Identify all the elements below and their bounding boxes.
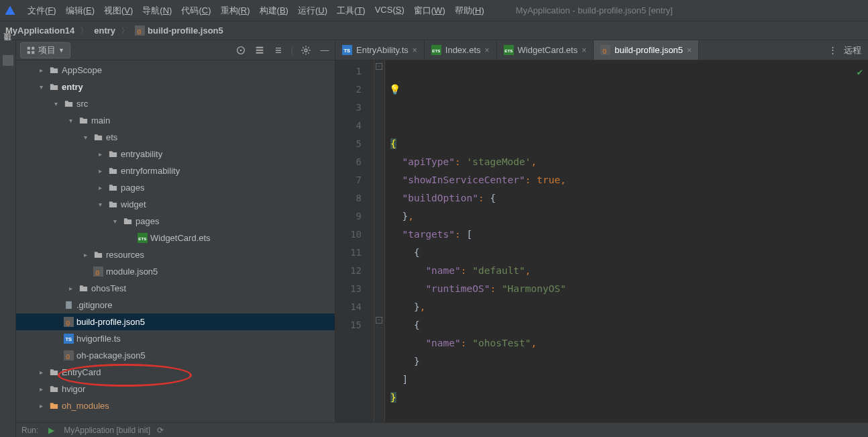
- menu-item[interactable]: 文件(F): [23, 5, 61, 17]
- ets-file-icon: ETS: [137, 233, 148, 244]
- editor-tab[interactable]: TSEntryAbility.ts×: [335, 40, 425, 60]
- tree-row[interactable]: ▸ohosTest: [16, 280, 335, 297]
- menu-item[interactable]: 运行(U): [293, 5, 332, 17]
- tree-row[interactable]: ▾pages: [16, 213, 335, 230]
- svg-rect-13: [66, 301, 72, 309]
- fold-marker-icon[interactable]: −: [376, 317, 382, 324]
- fold-strip[interactable]: −−: [374, 60, 385, 437]
- folder-icon: [93, 132, 103, 143]
- chevron-down-icon[interactable]: ▾: [51, 100, 60, 107]
- tree-row[interactable]: {}build-profile.json5: [16, 313, 335, 330]
- line-number: 8: [335, 189, 362, 207]
- close-tab-icon[interactable]: ×: [687, 46, 692, 55]
- chevron-right-icon[interactable]: ▸: [95, 167, 105, 175]
- expand-all-icon[interactable]: [254, 44, 266, 56]
- tree-label: module.json5: [106, 266, 158, 277]
- code-area[interactable]: 123456789101112131415 −− 💡 ✔ { "apiType"…: [335, 60, 868, 437]
- chevron-right-icon[interactable]: ▸: [66, 285, 75, 292]
- tree-row[interactable]: {}module.json5: [16, 263, 335, 280]
- collapse-all-icon[interactable]: [272, 44, 284, 56]
- chevron-right-icon[interactable]: ▸: [36, 402, 46, 409]
- tree-label: ohosTest: [91, 283, 126, 293]
- editor-tab[interactable]: ETSIndex.ets×: [425, 40, 497, 60]
- tree-row[interactable]: ▾entry: [16, 79, 335, 95]
- tree-row[interactable]: ▸oh_modules: [16, 397, 335, 414]
- chevron-down-icon[interactable]: ▾: [80, 134, 90, 141]
- tree-row[interactable]: ▾ets: [16, 129, 335, 146]
- menu-item[interactable]: 重构(R): [216, 5, 255, 17]
- code-content[interactable]: 💡 ✔ { "apiType": 'stageMode', "showInSer…: [385, 60, 868, 437]
- chevron-down-icon[interactable]: ▾: [110, 217, 119, 225]
- menu-item[interactable]: 构建(B): [255, 5, 293, 17]
- project-tree[interactable]: ▸AppScope▾entry▾src▾main▾ets▸entryabilit…: [16, 60, 335, 437]
- editor-tab[interactable]: {}build-profile.json5×: [594, 40, 699, 60]
- tree-row[interactable]: ▸hvigor: [16, 381, 335, 397]
- tree-row[interactable]: ▸pages: [16, 179, 335, 196]
- project-view-dropdown[interactable]: 项目 ▼: [20, 42, 70, 58]
- menu-item[interactable]: 视图(V): [99, 5, 138, 17]
- fold-marker-icon[interactable]: −: [376, 63, 382, 70]
- json-file-icon: {}: [63, 317, 74, 328]
- json-file-icon: {}: [600, 45, 610, 55]
- settings-icon[interactable]: [300, 44, 312, 56]
- chevron-right-icon[interactable]: ▸: [80, 251, 90, 258]
- tree-row[interactable]: ▸entryability: [16, 146, 335, 162]
- code-line: }: [390, 352, 868, 371]
- close-tab-icon[interactable]: ×: [485, 46, 490, 55]
- tree-row[interactable]: ▾src: [16, 95, 335, 112]
- tree-row[interactable]: ▾widget: [16, 196, 335, 213]
- chevron-right-icon[interactable]: ▸: [36, 369, 46, 376]
- code-line: "apiType": 'stageMode',: [390, 153, 868, 171]
- folder-icon: [122, 216, 133, 227]
- tree-row[interactable]: ▸AppScope: [16, 62, 335, 79]
- tree-row[interactable]: .gitignore: [16, 297, 335, 313]
- hide-panel-icon[interactable]: —: [319, 44, 331, 56]
- tree-row[interactable]: ETSWidgetCard.ets: [16, 230, 335, 246]
- locate-icon[interactable]: [235, 44, 247, 56]
- menu-item[interactable]: VCS(S): [370, 5, 409, 15]
- tree-row[interactable]: ▸EntryCard: [16, 364, 335, 381]
- menu-item[interactable]: 窗口(W): [409, 5, 450, 17]
- breadcrumb-item[interactable]: {}build-profile.json5: [135, 26, 223, 36]
- tree-row[interactable]: ▸resources: [16, 246, 335, 263]
- intention-bulb-icon[interactable]: 💡: [389, 81, 400, 99]
- code-line: "name": "default",: [390, 262, 868, 280]
- tab-more-icon[interactable]: ⋮: [828, 45, 837, 55]
- chevron-down-icon[interactable]: ▾: [95, 201, 105, 208]
- run-config-name[interactable]: MyApplication [build init]: [64, 426, 150, 435]
- menu-item[interactable]: 编辑(E): [61, 5, 99, 17]
- tree-row[interactable]: TShvigorfile.ts: [16, 330, 335, 347]
- tool-window-project-label[interactable]: 项目: [2, 44, 13, 50]
- chevron-right-icon[interactable]: ▸: [36, 66, 46, 74]
- tree-label: .gitignore: [76, 300, 112, 310]
- remote-label[interactable]: 远程: [844, 44, 861, 56]
- menu-item[interactable]: 工具(T): [332, 5, 370, 17]
- tool-window-stripe-icon[interactable]: [3, 55, 13, 66]
- close-tab-icon[interactable]: ×: [582, 46, 586, 55]
- chevron-right-icon[interactable]: ▸: [95, 184, 105, 191]
- breadcrumb-item[interactable]: entry: [94, 26, 115, 36]
- menu-item[interactable]: 帮助(H): [450, 5, 489, 17]
- chevron-down-icon[interactable]: ▾: [66, 117, 75, 124]
- tab-label: build-profile.json5: [614, 45, 683, 55]
- tree-row[interactable]: ▾main: [16, 112, 335, 129]
- close-tab-icon[interactable]: ×: [413, 46, 417, 55]
- run-icon[interactable]: ▶: [45, 424, 57, 436]
- svg-rect-5: [32, 51, 34, 54]
- chevron-right-icon[interactable]: ▸: [95, 150, 105, 158]
- tree-row[interactable]: ▸entryformability: [16, 162, 335, 179]
- menu-item[interactable]: 代码(C): [176, 5, 215, 17]
- tree-label: oh-package.json5: [76, 350, 146, 360]
- chevron-down-icon[interactable]: ▾: [36, 83, 46, 91]
- inspection-ok-icon[interactable]: ✔: [857, 63, 863, 81]
- chevron-right-icon[interactable]: ▸: [36, 385, 46, 393]
- menu-item[interactable]: 导航(N): [138, 5, 176, 17]
- breadcrumb-item[interactable]: MyApplication14: [5, 26, 74, 36]
- rerun-icon[interactable]: ⟳: [157, 426, 164, 435]
- project-panel: 项目 ▼ | — ▸AppScope▾entry▾src▾main▾ets▸en…: [16, 40, 335, 437]
- folder-icon: [107, 183, 118, 193]
- tree-label: entry: [62, 82, 83, 92]
- editor-tab[interactable]: ETSWidgetCard.ets×: [497, 40, 594, 60]
- tree-row[interactable]: {}oh-package.json5: [16, 347, 335, 364]
- svg-point-7: [239, 49, 241, 51]
